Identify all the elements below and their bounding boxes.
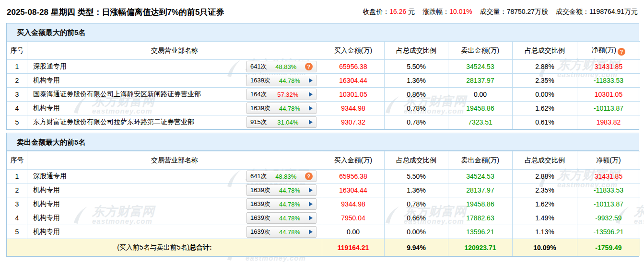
seq-cell: 2	[7, 74, 27, 88]
arrow-right-icon[interactable]	[309, 120, 313, 125]
ranking-count: 1639次	[250, 104, 270, 113]
buy-section-title: 买入金额最大的前5名	[7, 23, 639, 41]
ranking-count: 1639次	[250, 214, 270, 222]
col-net-amount: 净额(万)?	[577, 42, 640, 60]
seq-cell: 3	[7, 197, 27, 211]
sell-amount-cell: 17882.63	[448, 211, 513, 225]
branch-stats-badge[interactable]: 915次31.04%?	[246, 116, 316, 128]
seq-cell: 3	[7, 88, 27, 102]
total-sell-ratio: 10.09%	[513, 239, 577, 256]
sell-ratio-cell: 2.88%	[513, 170, 577, 183]
branch-stats-badge[interactable]: 641次48.83%?	[246, 61, 316, 72]
branch-stats-badge[interactable]: 1639次44.78%?	[246, 212, 316, 224]
col-net-amount: 净额(万)	[577, 151, 640, 170]
total-sell-amount: 120923.71	[448, 239, 513, 256]
branch-stats-badge[interactable]: 1639次44.78%?	[246, 103, 316, 114]
col-sell-amount: 卖出金额(万)	[448, 151, 513, 170]
arrow-right-icon[interactable]	[309, 92, 313, 97]
table-row: 4 机构专用 1639次44.78%? 7950.04 0.66% 17882.…	[7, 211, 640, 225]
sell-ratio-cell: 1.13%	[513, 225, 577, 239]
branch-name: 机构专用	[33, 214, 60, 221]
sell-amount-cell: 34524.53	[448, 60, 513, 74]
arrow-right-icon[interactable]	[309, 216, 313, 220]
net-amount-cell: 31431.85	[577, 60, 640, 74]
win-rate: 48.83%	[275, 173, 296, 180]
col-buy-ratio: 占总成交比例	[385, 151, 448, 170]
win-rate: 44.78%	[279, 215, 300, 222]
net-amount-cell: -9932.59	[577, 211, 640, 225]
sell-ratio-cell: 1.62%	[513, 102, 577, 115]
branch-name: 机构专用	[33, 200, 60, 207]
sell-amount-cell: 7323.51	[448, 115, 513, 129]
branch-name: 机构专用	[33, 76, 60, 84]
branch-stats-badge[interactable]: 1639次44.78%?	[246, 198, 316, 210]
col-sell-amount: 卖出金额(万)	[448, 42, 513, 60]
buy-amount-cell: 65956.38	[322, 60, 385, 74]
ranking-count: 164次	[250, 90, 267, 99]
ranking-count: 915次	[250, 118, 267, 126]
net-amount-cell: -10113.87	[577, 197, 640, 211]
seq-cell: 5	[7, 225, 27, 239]
total-buy-amount: 119164.21	[322, 239, 385, 256]
branch-stats-badge[interactable]: 1639次44.78%?	[246, 184, 316, 196]
stat-close-price: 收盘价：16.26 元	[363, 8, 415, 16]
buy-ratio-cell: 1.36%	[385, 74, 448, 88]
arrow-right-icon[interactable]	[309, 106, 313, 111]
branch-stats-badge[interactable]: 1639次44.78%?	[246, 75, 316, 86]
branch-stats-badge[interactable]: 1639次44.78%?	[246, 226, 316, 238]
net-amount-cell: -10113.87	[577, 102, 640, 115]
branch-cell: 机构专用 1639次44.78%?	[27, 211, 322, 225]
dragon-tiger-detail-page: 东方财富网eastmoney.com 东方财富网eastmoney.com 东方…	[0, 0, 644, 263]
win-rate: 48.83%	[275, 63, 296, 70]
table-row: 3 机构专用 1639次44.78%? 9344.98 0.78% 19458.…	[7, 197, 640, 211]
grand-total-row: (买入前5名与卖出前5名)总合计: 119164.21 9.94% 120923…	[7, 239, 640, 256]
buy-amount-cell: 0.00	[322, 225, 385, 239]
arrow-right-icon[interactable]	[309, 202, 313, 206]
arrow-right-icon[interactable]	[309, 188, 313, 193]
branch-stats-badge[interactable]: 641次48.83%?	[246, 171, 316, 182]
sell-amount-cell: 13596.21	[448, 225, 513, 239]
col-branch-name: 交易营业部名称	[27, 151, 322, 170]
branch-cell: 机构专用 1639次44.78%?	[27, 74, 322, 88]
buy-ratio-cell: 0.78%	[385, 115, 448, 129]
win-rate: 44.78%	[279, 77, 300, 84]
branch-name: 深股通专用	[33, 62, 67, 70]
win-rate: 31.04%	[277, 119, 298, 126]
buy-ratio-cell: 5.50%	[385, 60, 448, 74]
total-label: (买入前5名与卖出前5名)总合计:	[7, 239, 322, 256]
branch-name: 机构专用	[33, 186, 60, 194]
arrow-right-icon[interactable]	[309, 229, 313, 234]
win-rate: 44.78%	[279, 105, 300, 112]
buy-amount-cell: 16304.44	[322, 74, 385, 88]
arrow-right-icon[interactable]	[309, 78, 313, 83]
stat-change-percent: 涨跌幅：10.01%	[422, 8, 472, 16]
sell-ratio-cell: 0.61%	[513, 115, 577, 129]
ranking-count: 1639次	[250, 228, 270, 236]
branch-stats-badge[interactable]: 164次57.32%?	[246, 89, 316, 100]
table-row: 1 深股通专用 641次48.83%? 65956.38 5.50% 34524…	[7, 170, 640, 183]
stat-turnover: 成交金额：1198764.91万元	[556, 8, 638, 16]
net-amount-cell: 10301.05	[577, 88, 640, 102]
help-icon[interactable]: ?	[305, 63, 313, 70]
ranking-count: 641次	[250, 172, 267, 181]
total-buy-ratio: 9.94%	[385, 239, 448, 256]
table-row: 5 机构专用 1639次44.78%? 0.00 0.00% 13596.21 …	[7, 225, 640, 239]
branch-name: 机构专用	[33, 104, 60, 112]
ranking-count: 641次	[250, 62, 267, 71]
table-row: 5 东方财富证券股份有限公司拉萨东环路第二证券营业部 915次31.04%? 9…	[7, 115, 640, 129]
net-amount-cell: 31431.85	[577, 170, 640, 183]
buy-amount-cell: 9344.98	[322, 102, 385, 115]
sell-ratio-cell: 1.62%	[513, 197, 577, 211]
sell-amount-cell: 28137.97	[448, 183, 513, 197]
buy-amount-cell: 9307.32	[322, 115, 385, 129]
buy-ratio-cell: 0.66%	[385, 211, 448, 225]
help-icon[interactable]: ?	[618, 48, 625, 56]
net-amount-cell: 1983.82	[577, 115, 640, 129]
sell-amount-cell: 28137.97	[448, 74, 513, 88]
seq-cell: 1	[7, 170, 27, 183]
help-icon[interactable]: ?	[305, 172, 313, 180]
sell-ratio-cell: 2.88%	[513, 60, 577, 74]
branch-cell: 东方财富证券股份有限公司拉萨东环路第二证券营业部 915次31.04%?	[27, 115, 322, 129]
buy-table-header-row: 序号 交易营业部名称 买入金额(万) 占总成交比例 卖出金额(万) 占总成交比例…	[7, 42, 640, 60]
ranking-count: 1639次	[250, 186, 270, 194]
